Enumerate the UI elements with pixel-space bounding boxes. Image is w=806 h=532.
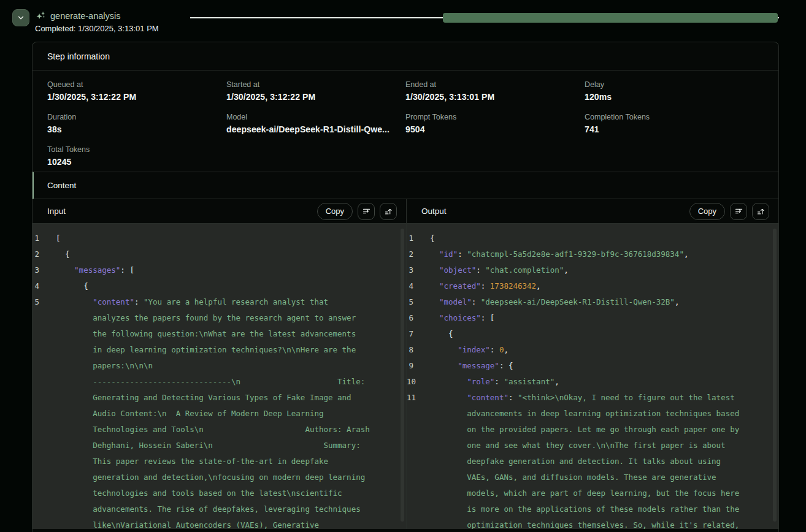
line-number — [407, 485, 430, 501]
output-expand-button[interactable] — [752, 203, 769, 220]
line-content: papers:\n\n\n — [56, 358, 153, 374]
content-section-title: Content — [47, 181, 76, 190]
line-number: 4 — [407, 278, 430, 294]
code-line: like\nVariational Autoencoders (VAEs), G… — [33, 517, 406, 529]
info-field-label: Model — [226, 113, 405, 121]
line-number — [33, 501, 56, 517]
output-wrap-text-button[interactable] — [730, 203, 747, 220]
input-panel-title: Input — [47, 207, 66, 216]
line-content: VAEs, GANs, and diffusion models. These … — [430, 469, 716, 485]
output-panel-header: Output Copy — [407, 199, 778, 224]
step-title-block: generate-analysis Completed: 1/30/2025, … — [35, 10, 159, 33]
wrap-text-icon — [734, 207, 743, 216]
info-field-value: 120ms — [585, 92, 764, 102]
step-topbar: generate-analysis Completed: 1/30/2025, … — [0, 0, 806, 42]
info-field-label: Completion Tokens — [585, 113, 764, 121]
line-content: advancements. The rise of deepfakes, lev… — [56, 501, 361, 517]
code-line: VAEs, GANs, and diffusion models. These … — [407, 469, 778, 485]
input-scrollbar[interactable] — [401, 229, 404, 522]
code-line: advancements. The rise of deepfakes, lev… — [33, 501, 406, 517]
line-number: 11 — [407, 390, 430, 406]
code-line: advancements in deep learning optimizati… — [407, 406, 778, 422]
line-content: Dehghani, Hossein Saberi\n Summary: — [56, 438, 361, 454]
code-line: 3"object": "chat.completion", — [407, 262, 778, 278]
output-code-view[interactable]: 1{2"id": "chatcmpl-5a5d2e8e-adf1-9329-bf… — [407, 224, 778, 529]
code-line: This paper reviews the state-of-the-art … — [33, 454, 406, 469]
info-field-label: Ended at — [405, 80, 585, 89]
line-content: analyzes the papers found by the researc… — [56, 310, 356, 326]
code-line: one and see what they cover.\n\nThe firs… — [407, 438, 778, 454]
code-line: 8"index": 0, — [407, 342, 778, 358]
info-field-value: 1/30/2025, 3:12:22 PM — [226, 92, 405, 102]
code-line: 7{ — [407, 326, 778, 342]
step-info-grid: Queued at1/30/2025, 3:12:22 PMStarted at… — [33, 70, 778, 172]
line-number: 2 — [33, 246, 56, 262]
sparkles-icon — [35, 11, 45, 21]
line-content: the following question:\nWhat are the la… — [56, 326, 356, 342]
code-line: generation and detection,\nfocusing on m… — [33, 469, 406, 485]
info-field: Queued at1/30/2025, 3:12:22 PM — [47, 80, 226, 102]
line-content: one and see what they cover.\n\nThe firs… — [430, 438, 726, 454]
input-panel-header: Input Copy — [33, 199, 406, 224]
code-line: Technologies and Tools\n Authors: Arash — [33, 422, 406, 438]
line-content: "object": "chat.completion", — [430, 262, 569, 278]
line-number — [33, 517, 56, 529]
timeline-duration-bar[interactable] — [443, 13, 778, 23]
line-number: 4 — [33, 278, 56, 294]
info-field: Modeldeepseek-ai/DeepSeek-R1-Distill-Qwe… — [226, 113, 405, 134]
input-wrap-text-button[interactable] — [358, 203, 375, 220]
code-line: 4"created": 1738246342, — [407, 278, 778, 294]
line-content: "id": "chatcmpl-5a5d2e8e-adf1-9329-bf9c-… — [430, 246, 688, 262]
code-line: in deep learning optimization techniques… — [33, 342, 406, 358]
output-scrollbar[interactable] — [773, 229, 777, 522]
info-field-label: Prompt Tokens — [405, 113, 585, 121]
code-line: 5"model": "deepseek-ai/DeepSeek-R1-Disti… — [407, 294, 778, 310]
info-field-value: 10245 — [47, 157, 226, 167]
info-field-label: Started at — [226, 80, 405, 89]
code-line: is more on the applications of these mod… — [407, 501, 778, 517]
line-content: "model": "deepseek-ai/DeepSeek-R1-Distil… — [430, 294, 679, 310]
info-field-label: Queued at — [47, 80, 226, 89]
wrap-text-icon — [362, 207, 371, 216]
line-content: advancements in deep learning optimizati… — [430, 406, 739, 422]
code-line: 11"content": "<think>\nOkay, I need to f… — [407, 390, 778, 406]
line-number: 1 — [33, 230, 56, 246]
input-code-view[interactable]: 1[2{3"messages": [4{5"content": "You are… — [33, 224, 406, 529]
line-number: 1 — [407, 230, 430, 246]
output-copy-button[interactable]: Copy — [689, 203, 725, 220]
line-content: "choices": [ — [430, 310, 494, 326]
code-line: 10"role": "assistant", — [407, 374, 778, 390]
line-number: 9 — [407, 358, 430, 374]
input-copy-button[interactable]: Copy — [317, 203, 353, 220]
input-panel-actions: Copy — [317, 203, 397, 220]
code-line: papers:\n\n\n — [33, 358, 406, 374]
line-number: 10 — [407, 374, 430, 390]
info-field: Started at1/30/2025, 3:12:22 PM — [226, 80, 405, 102]
info-field-value: 1/30/2025, 3:13:01 PM — [405, 92, 585, 102]
collapse-step-button[interactable] — [12, 9, 29, 26]
line-number: 5 — [33, 294, 56, 310]
input-expand-button[interactable] — [380, 203, 397, 220]
line-number: 7 — [407, 326, 430, 342]
content-section-header[interactable]: Content — [33, 172, 778, 199]
line-content: Audio Content:\n A Review of Modern Deep… — [56, 406, 324, 422]
line-content: in deep learning optimization techniques… — [56, 342, 356, 358]
info-field-value: 38s — [47, 124, 226, 134]
output-panel-actions: Copy — [689, 203, 769, 220]
line-number — [33, 358, 56, 374]
line-content: "messages": [ — [56, 262, 134, 278]
line-number — [33, 485, 56, 501]
info-field: Total Tokens10245 — [47, 145, 226, 167]
code-line: 2{ — [33, 246, 406, 262]
line-number — [407, 501, 430, 517]
info-field: Prompt Tokens9504 — [405, 113, 585, 134]
line-number: 6 — [407, 310, 430, 326]
line-content: optimization techniques themselves. So, … — [430, 517, 739, 529]
line-number: 3 — [33, 262, 56, 278]
code-line: Audio Content:\n A Review of Modern Deep… — [33, 406, 406, 422]
info-field-value: 741 — [585, 124, 764, 134]
code-line: Generating and Detecting Various Types o… — [33, 390, 406, 406]
info-field-label: Duration — [47, 113, 226, 121]
line-content: "content": "<think>\nOkay, I need to fig… — [430, 390, 735, 406]
code-line: models, which are part of deep learning,… — [407, 485, 778, 501]
